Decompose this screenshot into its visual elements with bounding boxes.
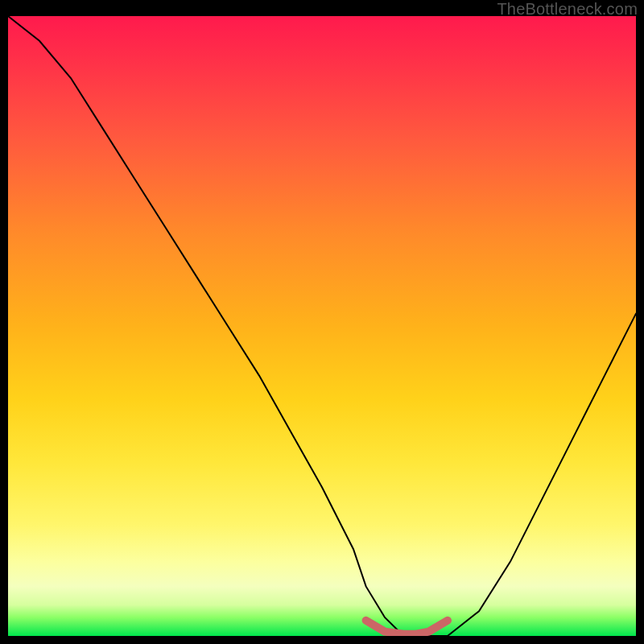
chart-frame: TheBottleneck.com xyxy=(0,0,644,644)
gradient-background xyxy=(8,16,636,636)
watermark-text: TheBottleneck.com xyxy=(497,0,638,19)
